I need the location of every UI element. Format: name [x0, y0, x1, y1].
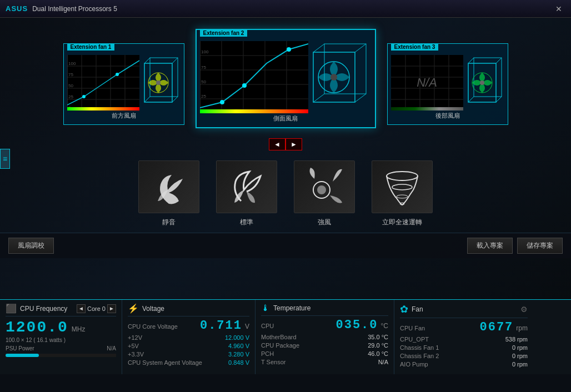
title-bar-title: Dual Intelligent Processors 5 — [32, 5, 117, 13]
volt-label-12v: +12V — [128, 334, 142, 341]
volt-value-5v: 4.960 V — [228, 343, 249, 349]
cpu-fan-value: 0677 — [480, 320, 514, 334]
asus-logo: ASUS — [6, 4, 28, 13]
fan-card-1[interactable]: Extension fan 1 — [63, 43, 184, 125]
cpu-core-volt-label: CPU Core Voltage — [128, 323, 178, 330]
cpu-temp-row: CPU 035.0 °C — [261, 318, 388, 332]
temp-row-pkg: CPU Package 29.0 °C — [261, 342, 388, 349]
toolbar-right: 載入專案 儲存專案 — [467, 238, 563, 254]
fan-label-2: 側面風扇 — [200, 113, 372, 124]
fan-mode-strong-label: 強風 — [318, 218, 331, 227]
cpu-core-volt-unit: V — [245, 323, 249, 330]
volt-label-sa: CPU System Agent Voltage — [128, 359, 202, 366]
fan-3d-icon-3 — [465, 55, 504, 110]
fan-value-ch2: 0 rpm — [512, 353, 528, 359]
nav-prev-btn[interactable]: ◄ — [269, 138, 286, 150]
nav-next-btn[interactable]: ► — [286, 138, 302, 150]
cpu-freq-value: 1200.0 — [6, 319, 68, 336]
temp-row-mb: MotherBoard 35.0 °C — [261, 334, 388, 340]
svg-line-19 — [144, 58, 150, 63]
svg-line-63 — [468, 97, 474, 102]
voltage-icon: ⚡ — [128, 303, 139, 314]
temp-value-ts: N/A — [378, 359, 388, 365]
core-next-btn[interactable]: ► — [107, 304, 116, 313]
nav-arrows: ◄ ► — [0, 138, 571, 150]
fan-card-1-inner: 100 75 50 25 0 — [67, 47, 181, 110]
gear-icon[interactable]: ⚙ — [520, 305, 528, 314]
temp-row-ts: T Sensor N/A — [261, 359, 388, 365]
cpu-freq-unit: MHz — [72, 325, 86, 333]
svg-point-70 — [392, 184, 412, 190]
load-btn[interactable]: 載入專案 — [467, 238, 513, 254]
main-content: ≡ Extension fan 1 — [0, 18, 571, 299]
cpu-freq-panel: ⬛ CPU Frequency ◄ Core 0 ► 1200.0 MHz 10… — [0, 300, 122, 374]
fan-value-ch1: 0 rpm — [512, 344, 528, 351]
svg-line-45 — [313, 44, 324, 52]
svg-line-62 — [496, 58, 502, 63]
temp-value-mb: 35.0 °C — [368, 334, 388, 340]
fan-card-2-inner: 100 75 50 25 0 — [200, 33, 372, 113]
fan-row-opt: CPU_OPT 538 rpm — [400, 336, 528, 343]
fan-mode-max[interactable]: 立即全速運轉 — [372, 160, 433, 227]
cpu-fan-value-group: 0677 rpm — [480, 320, 528, 334]
fan-panel-header: ✿ Fan ⚙ — [400, 303, 528, 318]
core-nav: ◄ Core 0 ► — [77, 304, 116, 313]
voltage-panel-header: ⚡ Voltage — [128, 303, 249, 316]
svg-point-68 — [317, 185, 326, 194]
cpu-temp-label: CPU — [261, 323, 274, 329]
svg-point-69 — [387, 172, 418, 180]
volt-label-33v: +3.3V — [128, 351, 144, 358]
fan-mode-standard-label: 標準 — [240, 218, 253, 227]
volt-row-12v: +12V 12.000 V — [128, 334, 249, 341]
fan-mode-standard[interactable]: 標準 — [216, 160, 277, 227]
fan-card-3-label: Extension fan 3 — [391, 43, 439, 51]
close-button[interactable]: ✕ — [552, 3, 565, 14]
psu-label: PSU Power — [6, 345, 34, 351]
bottom-toolbar: 風扇調校 載入專案 儲存專案 — [0, 233, 571, 258]
temp-value-pkg: 29.0 °C — [368, 342, 388, 349]
calibrate-btn[interactable]: 風扇調校 — [8, 238, 54, 254]
fan-label-aio: AIO Pump — [400, 361, 428, 368]
temp-panel-header: 🌡 Temperature — [261, 303, 388, 316]
save-btn[interactable]: 儲存專案 — [517, 238, 563, 254]
fan-mode-silent[interactable]: 靜音 — [138, 160, 199, 227]
temp-panel: 🌡 Temperature CPU 035.0 °C MotherBoard 3… — [256, 300, 394, 374]
svg-point-36 — [242, 83, 247, 88]
fan-label-ch2: Chassis Fan 2 — [400, 353, 439, 359]
cpu-core-volt-value: 0.711 — [200, 319, 242, 333]
svg-text:100: 100 — [68, 61, 76, 66]
fan-value-opt: 538 rpm — [505, 336, 528, 343]
fan-mode-strong[interactable]: 強風 — [294, 160, 355, 227]
svg-line-46 — [355, 44, 366, 52]
temp-panel-title: Temperature — [273, 304, 310, 312]
status-bar: ⬛ CPU Frequency ◄ Core 0 ► 1200.0 MHz 10… — [0, 299, 571, 374]
fan-label-1: 前方風扇 — [67, 110, 181, 121]
core-prev-btn[interactable]: ◄ — [77, 304, 86, 313]
arrow-icon: ≡ — [3, 154, 7, 163]
svg-text:100: 100 — [201, 49, 209, 54]
voltage-panel: ⚡ Voltage CPU Core Voltage 0.711 V +12V … — [122, 300, 256, 374]
psu-value: N/A — [107, 345, 116, 351]
svg-point-37 — [287, 47, 291, 52]
cpu-panel-title: CPU Frequency — [20, 305, 67, 313]
fan-3d-icon-1 — [142, 55, 181, 110]
fan-mode-max-icon — [372, 160, 433, 213]
svg-line-47 — [313, 94, 324, 102]
voltage-panel-title: Voltage — [142, 305, 164, 313]
temp-label-ts: T Sensor — [261, 359, 286, 365]
svg-point-35 — [220, 100, 224, 104]
fan-mode-silent-icon — [138, 160, 199, 213]
svg-line-64 — [496, 97, 502, 102]
cpu-temp-value-group: 035.0 °C — [336, 318, 388, 332]
fan-card-2[interactable]: Extension fan 2 — [196, 29, 376, 128]
fan-card-3[interactable]: Extension fan 3 N/A — [387, 43, 508, 125]
fan-chart-1: 100 75 50 25 0 — [67, 55, 139, 110]
cpu-fan-label: CPU Fan — [400, 325, 425, 331]
side-menu-arrow[interactable]: ≡ — [0, 149, 10, 169]
cpu-core-volt-value-group: 0.711 V — [200, 319, 249, 333]
core-label: Core 0 — [87, 305, 106, 312]
svg-line-48 — [355, 94, 366, 102]
na-overlay: N/A — [391, 55, 463, 110]
svg-point-10 — [82, 95, 86, 98]
volt-row-sa: CPU System Agent Voltage 0.848 V — [128, 359, 249, 366]
